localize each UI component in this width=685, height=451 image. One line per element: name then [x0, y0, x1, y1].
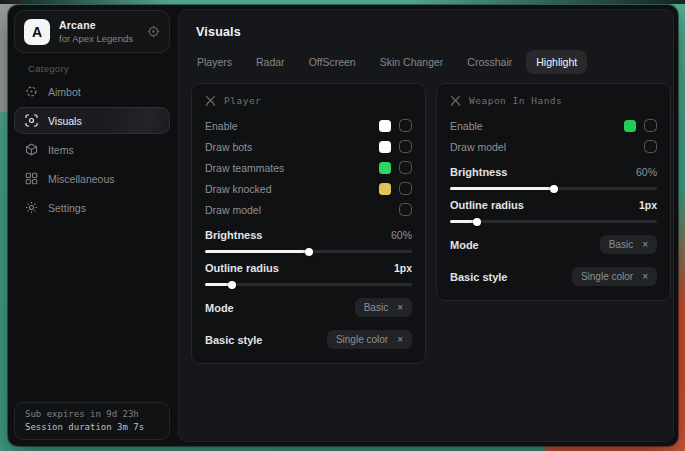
slider-label: Outline radius: [450, 199, 524, 211]
close-icon[interactable]: ×: [397, 335, 403, 345]
sidebar-item-aimbot[interactable]: Aimbot: [14, 78, 170, 105]
draw-model-checkbox[interactable]: [644, 140, 657, 153]
draw-bots-checkbox[interactable]: [399, 140, 412, 153]
player-panel: Player Enable Draw bots: [191, 83, 426, 364]
toggle-row-draw-knocked: Draw knocked: [205, 178, 412, 199]
toggle-label: Draw model: [205, 204, 261, 216]
target-icon[interactable]: [147, 25, 160, 38]
outline-radius-slider[interactable]: [205, 283, 412, 286]
toggle-label: Draw model: [450, 141, 506, 153]
crossed-swords-icon: [450, 95, 461, 106]
tab-highlight[interactable]: Highlight: [526, 50, 587, 74]
chip-label: Single color: [581, 271, 633, 282]
basic-style-chip[interactable]: Single color ×: [327, 330, 412, 349]
sidebar-item-label: Settings: [48, 202, 86, 214]
enable-checkbox[interactable]: [399, 119, 412, 132]
sidebar-nav: Aimbot Visuals Items: [14, 78, 170, 221]
outline-radius-slider[interactable]: [450, 220, 657, 223]
main-content: Visuals Players Radar OffScreen Skin Cha…: [178, 9, 674, 442]
draw-model-checkbox[interactable]: [399, 203, 412, 216]
slider-thumb[interactable]: [228, 281, 236, 289]
page-title: Visuals: [196, 25, 673, 39]
sidebar-header-card: A Arcane for Apex Legends: [14, 10, 170, 53]
outline-radius-slider-section: Outline radius 1px: [450, 199, 657, 223]
slider-fill: [450, 187, 554, 190]
sidebar-item-visuals[interactable]: Visuals: [14, 107, 170, 134]
toggle-label: Enable: [205, 120, 238, 132]
slider-value: 60%: [391, 229, 412, 241]
weapon-in-hands-panel: Weapon In Hands Enable Draw model: [436, 83, 671, 301]
outline-radius-slider-section: Outline radius 1px: [205, 262, 412, 286]
mode-chip[interactable]: Basic ×: [600, 235, 657, 254]
mode-select-row: Mode Basic ×: [205, 297, 412, 318]
brightness-slider[interactable]: [205, 250, 412, 253]
chip-label: Basic: [364, 302, 388, 313]
color-swatch[interactable]: [379, 183, 391, 195]
select-label: Mode: [205, 302, 234, 314]
slider-thumb[interactable]: [550, 185, 558, 193]
color-swatch[interactable]: [379, 162, 391, 174]
brightness-slider-section: Brightness 60%: [450, 166, 657, 190]
sidebar-item-label: Items: [48, 144, 74, 156]
slider-value: 60%: [636, 166, 657, 178]
tab-skin-changer[interactable]: Skin Changer: [370, 50, 454, 74]
tab-offscreen[interactable]: OffScreen: [299, 50, 366, 74]
color-swatch[interactable]: [624, 120, 636, 132]
select-label: Mode: [450, 239, 479, 251]
weapon-panel-header: Weapon In Hands: [450, 95, 657, 106]
slider-fill: [205, 250, 309, 253]
slider-value: 1px: [394, 262, 412, 274]
slider-label: Brightness: [450, 166, 507, 178]
category-label: Category: [28, 63, 69, 74]
tab-players[interactable]: Players: [187, 50, 242, 74]
chip-label: Single color: [336, 334, 388, 345]
basic-style-chip[interactable]: Single color ×: [572, 267, 657, 286]
toggle-label: Draw bots: [205, 141, 252, 153]
brightness-slider-section: Brightness 60%: [205, 229, 412, 253]
chip-label: Basic: [609, 239, 633, 250]
slider-thumb[interactable]: [305, 248, 313, 256]
app-titles: Arcane for Apex Legends: [59, 19, 138, 44]
enable-checkbox[interactable]: [644, 119, 657, 132]
toggle-row-draw-model: Draw model: [205, 199, 412, 220]
player-panel-header: Player: [205, 95, 412, 106]
sidebar-item-miscellaneous[interactable]: Miscellaneous: [14, 165, 170, 192]
sidebar: A Arcane for Apex Legends Category: [8, 5, 178, 446]
tab-radar[interactable]: Radar: [246, 50, 295, 74]
sidebar-item-settings[interactable]: Settings: [14, 194, 170, 221]
slider-thumb[interactable]: [473, 218, 481, 226]
sidebar-item-label: Aimbot: [48, 86, 81, 98]
draw-knocked-checkbox[interactable]: [399, 182, 412, 195]
crosshair-icon: [25, 85, 38, 98]
tab-bar: Players Radar OffScreen Skin Changer Cro…: [187, 50, 673, 74]
gear-icon: [25, 201, 38, 214]
app-subtitle: for Apex Legends: [59, 33, 138, 44]
sidebar-item-label: Miscellaneous: [48, 173, 115, 185]
panel-title: Weapon In Hands: [469, 95, 562, 106]
color-swatch[interactable]: [379, 141, 391, 153]
close-icon[interactable]: ×: [642, 272, 648, 282]
sidebar-item-items[interactable]: Items: [14, 136, 170, 163]
visuals-icon: [25, 114, 38, 127]
select-label: Basic style: [450, 271, 507, 283]
grid-icon: [25, 172, 38, 185]
toggle-row-enable: Enable: [450, 115, 657, 136]
slider-value: 1px: [639, 199, 657, 211]
select-label: Basic style: [205, 334, 262, 346]
close-icon[interactable]: ×: [397, 303, 403, 313]
slider-label: Brightness: [205, 229, 262, 241]
draw-teammates-checkbox[interactable]: [399, 161, 412, 174]
mode-select-row: Mode Basic ×: [450, 234, 657, 255]
session-duration-text: Session duration 3m 7s: [25, 422, 159, 432]
brightness-slider[interactable]: [450, 187, 657, 190]
app-name: Arcane: [59, 19, 138, 31]
slider-label: Outline radius: [205, 262, 279, 274]
mode-chip[interactable]: Basic ×: [355, 298, 412, 317]
crossed-swords-icon: [205, 95, 216, 106]
subscription-info-card: Sub expires in 9d 23h Session duration 3…: [14, 402, 170, 440]
color-swatch[interactable]: [379, 120, 391, 132]
close-icon[interactable]: ×: [642, 240, 648, 250]
tab-crosshair[interactable]: Crosshair: [457, 50, 522, 74]
toggle-label: Draw knocked: [205, 183, 272, 195]
app-window: A Arcane for Apex Legends Category: [8, 5, 678, 446]
